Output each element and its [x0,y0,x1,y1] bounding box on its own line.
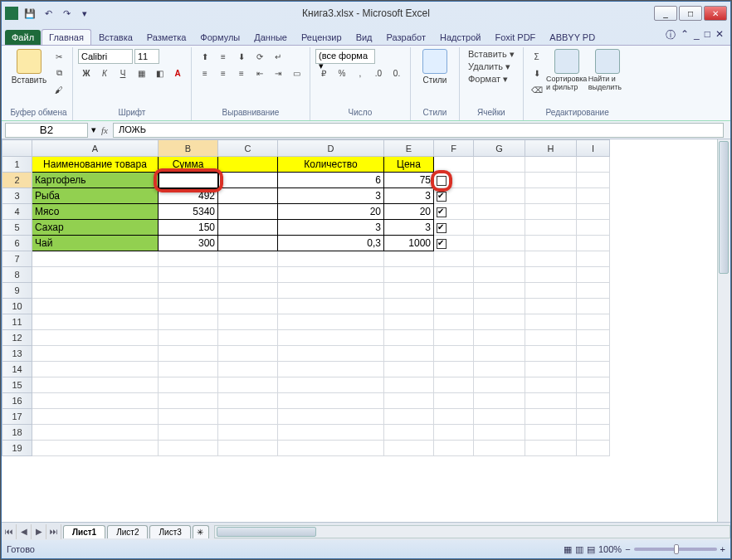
cell-B1[interactable]: Сумма [159,157,218,173]
formula-input[interactable]: ЛОЖЬ [113,123,724,138]
fx-icon[interactable]: fx [101,125,108,135]
cell-C15[interactable] [218,377,278,393]
cell-G19[interactable] [474,441,525,456]
cell-E16[interactable] [384,393,434,409]
row-header-10[interactable]: 10 [2,299,32,314]
cell-F2[interactable] [434,173,474,188]
cell-G10[interactable] [474,299,525,314]
row-header-13[interactable]: 13 [2,346,32,362]
cut-button[interactable]: ✂ [51,49,67,64]
cell-A6[interactable]: Чай [32,236,159,251]
cell-D9[interactable] [278,283,384,299]
cell-G8[interactable] [474,267,525,283]
fill-button[interactable]: ⬇ [529,66,545,80]
tab-abbyy[interactable]: ABBYY PD [543,30,602,45]
cell-A16[interactable] [32,393,159,409]
cell-I15[interactable] [577,377,610,393]
cell-E2[interactable]: 75 [384,173,434,188]
row-header-6[interactable]: 6 [2,236,32,251]
cell-C10[interactable] [218,299,278,314]
cell-H7[interactable] [525,251,577,267]
align-top-button[interactable]: ⬆ [197,49,213,64]
row-header-9[interactable]: 9 [2,283,32,299]
cell-C9[interactable] [218,283,278,299]
insert-cells-button[interactable]: Вставить ▾ [465,49,518,60]
checkbox-row-6[interactable] [437,239,447,249]
cell-E17[interactable] [384,409,434,425]
cell-A5[interactable]: Сахар [32,220,159,236]
cell-E6[interactable]: 1000 [384,236,434,251]
cell-B9[interactable] [159,283,218,299]
delete-cells-button[interactable]: Удалить ▾ [465,61,514,72]
cell-B17[interactable] [159,409,218,425]
cell-G7[interactable] [474,251,525,267]
row-header-12[interactable]: 12 [2,330,32,346]
row-header-19[interactable]: 19 [2,441,32,456]
underline-button[interactable]: Ч [115,66,131,80]
view-layout-icon[interactable]: ▥ [575,544,583,555]
workbook-min-icon[interactable]: _ [694,28,700,42]
cell-A2[interactable]: Картофель [32,173,159,188]
new-sheet-button[interactable]: ✳ [193,525,209,538]
font-name-combo[interactable] [78,49,133,64]
cell-G13[interactable] [474,346,525,362]
cell-H19[interactable] [525,441,577,456]
percent-button[interactable]: % [334,66,350,80]
cell-G11[interactable] [474,314,525,330]
cell-C3[interactable] [218,188,278,204]
tab-formulas[interactable]: Формулы [193,30,246,45]
cell-A4[interactable]: Мясо [32,204,159,220]
workbook-close-icon[interactable]: ✕ [715,28,724,42]
tab-layout[interactable]: Разметка [140,30,193,45]
indent-dec-button[interactable]: ⇤ [251,66,268,80]
maximize-button[interactable]: □ [679,6,702,21]
tab-file[interactable]: Файл [5,30,41,45]
cell-H16[interactable] [525,393,577,409]
redo-button[interactable]: ↷ [58,5,75,22]
cell-B7[interactable] [159,251,218,267]
minimize-button[interactable]: _ [654,6,677,21]
row-header-16[interactable]: 16 [2,393,32,409]
undo-button[interactable]: ↶ [40,5,56,22]
cell-C4[interactable] [218,204,278,220]
sheet-nav-first[interactable]: ⏮ [2,524,17,539]
fill-color-button[interactable]: ◧ [151,66,168,80]
cell-F16[interactable] [434,393,474,409]
tab-foxit[interactable]: Foxit PDF [488,30,542,45]
save-button[interactable]: 💾 [22,5,38,22]
cell-C7[interactable] [218,251,278,267]
copy-button[interactable]: ⧉ [51,66,67,80]
autosum-button[interactable]: Σ [529,49,545,64]
cell-E18[interactable] [384,425,434,441]
cell-A18[interactable] [32,425,159,441]
horizontal-scrollbar[interactable] [214,525,730,538]
checkbox-row-5[interactable] [437,223,447,233]
cell-C14[interactable] [218,362,278,377]
cell-B19[interactable] [159,441,218,456]
cell-A9[interactable] [32,283,159,299]
cell-D11[interactable] [278,314,384,330]
cell-I19[interactable] [577,441,610,456]
comma-button[interactable]: , [352,66,368,80]
cell-C13[interactable] [218,346,278,362]
row-header-11[interactable]: 11 [2,314,32,330]
zoom-level[interactable]: 100% [598,544,622,554]
row-header-2[interactable]: 2 [2,173,32,188]
cell-A12[interactable] [32,330,159,346]
cell-D1[interactable]: Количество [278,157,384,173]
cell-C5[interactable] [218,220,278,236]
cell-B4[interactable]: 5340 [159,204,218,220]
italic-button[interactable]: К [96,66,113,80]
cell-A3[interactable]: Рыба [32,188,159,204]
cell-I16[interactable] [577,393,610,409]
checkbox-row-4[interactable] [437,207,447,217]
cell-D13[interactable] [278,346,384,362]
cell-H13[interactable] [525,346,577,362]
col-header-H[interactable]: H [525,140,577,157]
cell-F3[interactable] [434,188,474,204]
cell-F14[interactable] [434,362,474,377]
cell-F13[interactable] [434,346,474,362]
cell-G14[interactable] [474,362,525,377]
ribbon-help-icon[interactable]: ⓘ [666,28,676,42]
cell-F5[interactable] [434,220,474,236]
